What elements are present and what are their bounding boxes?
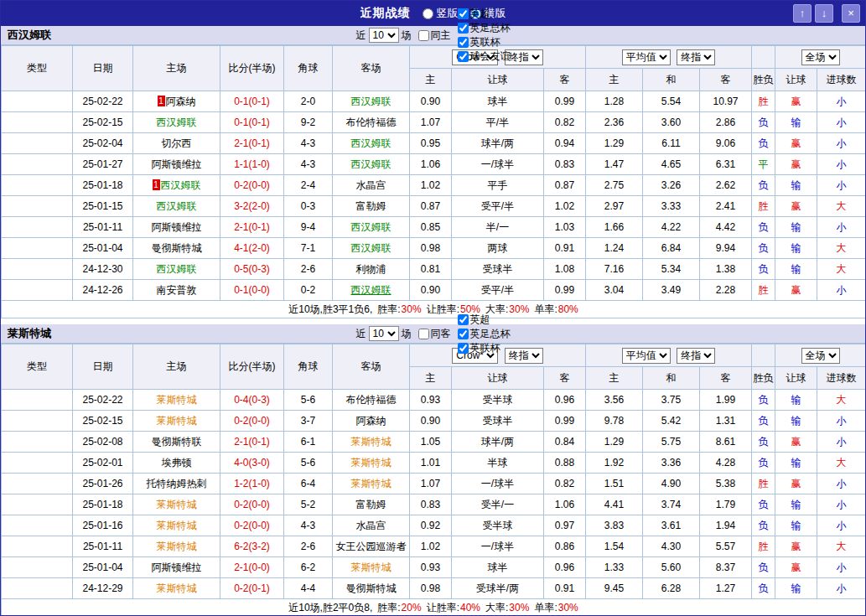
team-link[interactable]: 曼彻斯特城 <box>152 242 202 254</box>
match-count-select[interactable]: 10 <box>369 326 399 341</box>
team-link[interactable]: 西汉姆联 <box>157 116 197 128</box>
date-cell: 25-01-04 <box>73 238 133 259</box>
odds-stage-select[interactable]: 终指 <box>505 49 543 65</box>
date-cell: 25-02-15 <box>73 112 133 133</box>
league-filter[interactable]: 英超 <box>451 7 511 21</box>
avg-source-select[interactable]: 平均值 <box>622 49 671 65</box>
league-filter[interactable]: 英足总杯 <box>451 21 511 35</box>
team-link[interactable]: 莱斯特城 <box>351 436 392 448</box>
team-link[interactable]: 曼彻斯特联 <box>152 436 202 448</box>
match-count-select[interactable]: 10 <box>369 28 399 43</box>
handicap-away-odds: 0.91 <box>544 578 586 599</box>
team-link[interactable]: 西汉姆联 <box>157 263 197 275</box>
col-score: 比分(半场) <box>220 344 284 390</box>
team-link[interactable]: 布伦特福德 <box>346 116 397 128</box>
team-link[interactable]: 女王公园巡游者 <box>336 541 407 552</box>
league-filter[interactable]: 英联杯 <box>451 341 511 355</box>
league-checkbox[interactable] <box>458 37 469 48</box>
team-link[interactable]: 莱斯特城 <box>157 541 197 552</box>
scope-select[interactable]: 全场 <box>801 49 840 65</box>
summary-prefix: 近10场,胜2平0负8, <box>288 602 372 613</box>
team-link[interactable]: 莱斯特城 <box>351 562 392 573</box>
team-link[interactable]: 利物浦 <box>356 263 386 275</box>
team-link[interactable]: 西汉姆联 <box>351 137 392 149</box>
handicap-home-odds: 0.90 <box>410 91 452 112</box>
scroll-up-button[interactable]: ↑ <box>793 4 812 23</box>
team-link[interactable]: 莱斯特城 <box>157 499 197 510</box>
team-link[interactable]: 阿森纳 <box>356 415 386 427</box>
team-link[interactable]: 富勒姆 <box>356 200 386 212</box>
league-filter[interactable]: 英联杯 <box>451 35 511 49</box>
league-checkbox[interactable] <box>458 8 469 19</box>
team-link[interactable]: 布伦特福德 <box>346 394 397 406</box>
score-cell: 0-1(0-1) <box>220 91 284 112</box>
team-link[interactable]: 西汉姆联 <box>351 242 392 254</box>
league-checkbox[interactable] <box>458 329 469 339</box>
team-link[interactable]: 莱斯特城 <box>351 457 392 468</box>
team-link[interactable]: 西汉姆联 <box>157 200 197 212</box>
avg-stage-select[interactable]: 终指 <box>677 348 715 364</box>
team-link[interactable]: 阿斯顿维拉 <box>152 221 202 233</box>
team-link[interactable]: 莱斯特城 <box>157 394 197 406</box>
handicap-home-odds: 0.85 <box>410 217 452 238</box>
team-link[interactable]: 南安普敦 <box>157 284 197 296</box>
same-venue-filter[interactable]: 同主 <box>412 28 451 43</box>
same-venue-filter[interactable]: 同客 <box>412 327 451 341</box>
league-filter[interactable]: 球会友谊 <box>451 49 511 64</box>
league-checkbox[interactable] <box>458 51 469 62</box>
close-button[interactable]: × <box>842 4 860 23</box>
summary-row: 近10场,胜2平0负8,胜率:20%让胜率:40%大率:30%单率:30% <box>2 599 866 616</box>
handicap-away-odds: 0.94 <box>544 133 586 154</box>
avg-draw-odds: 6.84 <box>643 238 700 259</box>
scroll-down-button[interactable]: ↓ <box>815 4 833 23</box>
handicap-home-odds: 1.07 <box>410 112 452 133</box>
team-link[interactable]: 阿斯顿维拉 <box>152 562 202 573</box>
team-link[interactable]: 曼彻斯特城 <box>346 582 397 594</box>
away-team-cell: 阿森纳 <box>333 411 410 432</box>
odds-stage-select[interactable]: 终指 <box>505 348 543 364</box>
team-link[interactable]: 托特纳姆热刺 <box>147 478 207 489</box>
team-link[interactable]: 西汉姆联 <box>351 221 392 233</box>
same-venue-checkbox[interactable] <box>418 329 429 339</box>
team-link[interactable]: 水晶宫 <box>356 179 386 191</box>
subcol-odds-home: 主 <box>410 367 452 390</box>
team-link[interactable]: 莱斯特城 <box>157 415 197 427</box>
subcol-odds-away: 客 <box>544 367 586 390</box>
team-link[interactable]: 西汉姆联 <box>351 158 392 170</box>
handicap-home-odds: 0.90 <box>410 280 452 301</box>
same-venue-checkbox[interactable] <box>418 30 429 41</box>
league-filter[interactable]: 英超 <box>451 313 511 327</box>
league-checkbox[interactable] <box>458 23 469 34</box>
avg-draw-odds: 4.90 <box>643 474 700 494</box>
score-cell: 1-1(1-0) <box>220 154 284 175</box>
team-link[interactable]: 莱斯特城 <box>351 478 392 489</box>
team-link[interactable]: 西汉姆联 <box>351 284 392 296</box>
avg-stage-select[interactable]: 终指 <box>677 49 715 65</box>
team-link[interactable]: 埃弗顿 <box>162 457 192 468</box>
league-filter[interactable]: 英足总杯 <box>451 327 511 341</box>
summary-stat-value: 20% <box>402 602 422 613</box>
match-row: 英超25-01-15西汉姆联3-2(2-0)0-3富勒姆0.87受平/半1.02… <box>2 196 866 217</box>
league-checkbox[interactable] <box>458 343 469 354</box>
league-checkbox[interactable] <box>458 314 469 325</box>
team-link[interactable]: 阿斯顿维拉 <box>152 158 202 170</box>
team-link[interactable]: 莱斯特城 <box>157 520 197 531</box>
recent-results-window: 近期战绩 竖版 横版 ↑ ↓ × 西汉姆联 近 10 场 <box>0 0 866 616</box>
date-cell: 25-02-01 <box>73 453 133 474</box>
scope-select[interactable]: 全场 <box>801 348 840 364</box>
handicap-line: 受半球 <box>452 515 544 536</box>
avg-source-select[interactable]: 平均值 <box>622 348 671 364</box>
handicap-result-cell: 输 <box>775 175 817 196</box>
team-link[interactable]: 富勒姆 <box>356 499 386 510</box>
handicap-home-odds: 1.02 <box>410 175 452 196</box>
team-link[interactable]: 水晶宫 <box>356 520 386 531</box>
score-cell: 1-2(1-0) <box>220 474 284 494</box>
team-link[interactable]: 西汉姆联 <box>351 96 392 107</box>
avg-draw-odds: 3.75 <box>643 390 700 411</box>
handicap-away-odds: 0.87 <box>544 175 586 196</box>
league-badge: 英超 <box>2 515 73 536</box>
team-link[interactable]: 阿森纳 <box>166 96 196 107</box>
team-link[interactable]: 莱斯特城 <box>157 582 197 594</box>
team-link[interactable]: 切尔西 <box>162 137 192 149</box>
team-link[interactable]: 西汉姆联 <box>161 179 201 191</box>
